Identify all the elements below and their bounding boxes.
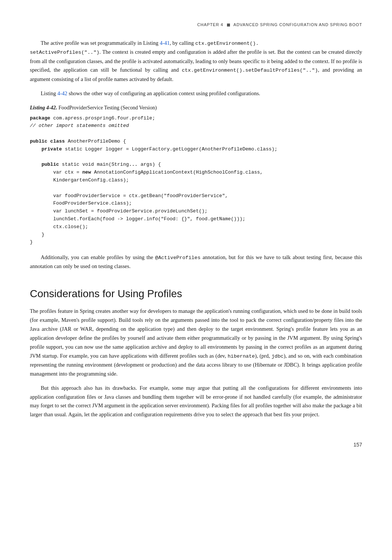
link-4-41[interactable]: 4-41 xyxy=(160,40,170,46)
section-heading: Considerations for Using Profiles xyxy=(30,287,362,300)
paragraph-1: The active profile was set programmatica… xyxy=(30,39,362,84)
listing-title: FoodProviderService Testing (Second Vers… xyxy=(57,105,157,111)
paragraph-5: But this approach also has its drawbacks… xyxy=(30,384,362,420)
listing-label: Listing 4-42. FoodProviderService Testin… xyxy=(30,105,362,111)
paragraph-2: Listing 4-42 shows the other way of conf… xyxy=(30,89,362,98)
listing-label-text: Listing 4-42. xyxy=(30,105,57,111)
paragraph-3: Additionally, you can enable profiles by… xyxy=(30,253,362,271)
code-block: package com.apress.prospring6.four.profi… xyxy=(30,115,362,247)
page-number: 157 xyxy=(30,442,362,448)
chapter-header: CHAPTER 4 ADVANCED SPRING CONFIGURATION … xyxy=(30,22,362,27)
link-4-42[interactable]: 4-42 xyxy=(57,90,68,96)
page-number-text: 157 xyxy=(354,442,362,448)
paragraph-4: The profiles feature in Spring creates a… xyxy=(30,307,362,379)
chapter-header-text: CHAPTER 4 ADVANCED SPRING CONFIGURATION … xyxy=(197,22,362,27)
